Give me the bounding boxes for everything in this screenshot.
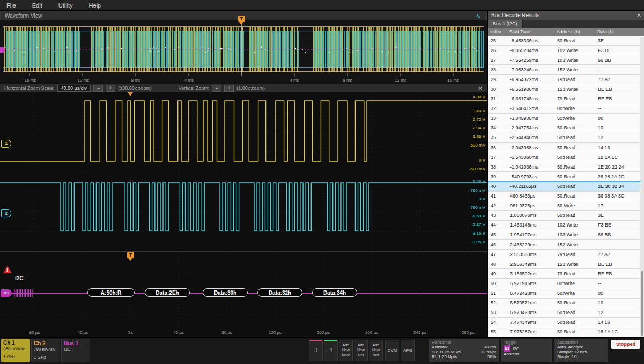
table-cell: 103:Write bbox=[554, 230, 595, 239]
afg-button[interactable]: AFG bbox=[401, 340, 415, 361]
decode-bubble[interactable]: A:50h:R bbox=[87, 288, 135, 297]
dvm-button[interactable]: DVM bbox=[385, 340, 399, 361]
decode-bubble[interactable]: Data:2Eh bbox=[145, 288, 190, 297]
zoom-waveform[interactable]: 1 2 4.08 V3.40 V2.72 V2.04 V1.36 V680 mV… bbox=[0, 92, 487, 251]
bus-decode-track[interactable]: ! I2C B1 A:50h:RData:2EhData:30hData:32h… bbox=[0, 251, 487, 338]
table-row[interactable]: 431.060076ms50:Read3E bbox=[488, 211, 644, 221]
tab-bus1-i2c[interactable]: Bus 1 (I2C) bbox=[488, 20, 523, 28]
channel-badge-ch1[interactable]: Ch 1 680 mV/div 1 GHz bbox=[1, 339, 30, 362]
results-scrollbar[interactable] bbox=[640, 37, 644, 337]
table-row[interactable]: 26-8.055284ms102:WriteF3 BE bbox=[488, 46, 644, 55]
table-row[interactable]: 37-1.543060ms50:Read18 1A 1C bbox=[488, 152, 644, 162]
table-cell: 18 1A 1C bbox=[595, 152, 644, 162]
menu-item-utility[interactable]: Utility bbox=[58, 2, 73, 9]
menu-item-file[interactable]: File bbox=[6, 2, 16, 9]
bottombar: Ch 1 680 mV/div 1 GHz Ch 2 790 mV/div 1 … bbox=[0, 337, 644, 364]
channel-button-4[interactable]: 4 bbox=[324, 340, 338, 361]
overview-waveform[interactable]: -16 ms-12 ms-8 ms-4 ms4 ms8 ms12 ms16 ms… bbox=[0, 20, 487, 84]
add-new-bus-button[interactable]: Add New Bus bbox=[369, 340, 383, 361]
menu-item-edit[interactable]: Edit bbox=[32, 2, 42, 9]
trigger-marker-overview[interactable]: T bbox=[238, 16, 245, 22]
table-cell: F3 BE bbox=[595, 46, 644, 55]
trigger-panel[interactable]: Trigger B1 I2C Address bbox=[501, 339, 552, 362]
table-cell: 40 bbox=[488, 181, 507, 191]
zoom-position-marker[interactable] bbox=[128, 92, 133, 96]
table-cell: 52 bbox=[488, 299, 507, 308]
table-row[interactable]: 536.973420ms50:Read12 bbox=[488, 308, 644, 318]
table-row[interactable]: 557.975287ms50:Read18 1A 1C bbox=[488, 327, 644, 337]
menu-item-help[interactable]: Help bbox=[89, 2, 101, 9]
stopped-button[interactable]: Stopped bbox=[611, 340, 640, 349]
ch2-scale: 790 mV/div bbox=[32, 346, 60, 352]
table-row[interactable]: 516.472428ms50:Write00 bbox=[488, 288, 644, 298]
zoom-close-icon[interactable]: ✕ bbox=[478, 85, 483, 91]
table-row[interactable]: 547.474349ms50:Read14 16 bbox=[488, 318, 644, 327]
table-row[interactable]: 36-2.043988ms50:Read14 16 bbox=[488, 143, 644, 152]
table-row[interactable]: 30-6.551988ms153:WriteBE EB bbox=[488, 84, 644, 94]
table-cell: -1.543060ms bbox=[507, 152, 554, 162]
table-row[interactable]: 40-40.21165µs50:Read2E 30 32 34 bbox=[488, 181, 644, 191]
results-panel-header[interactable]: Bus Decode Results ✕ bbox=[488, 11, 644, 20]
table-cell: 50:Read bbox=[554, 133, 595, 142]
table-cell: 1.060076ms bbox=[507, 211, 554, 220]
channel-badge-ch2[interactable]: Ch 2 790 mV/div 1 GHz bbox=[31, 339, 60, 362]
table-row[interactable]: 493.156592ms79:ReadBE EB bbox=[488, 269, 644, 279]
table-row[interactable]: 451.964107ms103:Write66 BB bbox=[488, 230, 644, 240]
table-row[interactable]: 31-6.361748ms79:ReadBE EB bbox=[488, 94, 644, 104]
table-cell: 50:Read bbox=[554, 327, 595, 337]
h-zoom-minus-button[interactable]: − bbox=[93, 85, 103, 92]
horizontal-info: 4 ms/div40 msSR 31.25 MS/s32 ns/ptRL 1.2… bbox=[429, 345, 499, 359]
zoom-plot[interactable] bbox=[0, 92, 487, 251]
add-new-ref-button[interactable]: Add New Ref bbox=[354, 340, 368, 361]
table-row[interactable]: 27-7.554259ms103:Write66 BB bbox=[488, 55, 644, 65]
acquisition-info: Auto, AnalyzeSample: 12 bitsSingle: 1/1 bbox=[554, 345, 608, 359]
table-row[interactable]: 39-540.9793µs50:Read26 28 2A 2C bbox=[488, 172, 644, 181]
table-row[interactable]: 482.966349ms153:WriteBE EB bbox=[488, 259, 644, 269]
table-cell: 50:Read bbox=[554, 162, 595, 171]
v-zoom-minus-button[interactable]: − bbox=[212, 85, 221, 92]
acquisition-panel[interactable]: Acquisition Auto, AnalyzeSample: 12 bits… bbox=[554, 339, 608, 362]
decode-bubble[interactable]: Data:32h bbox=[257, 288, 302, 297]
table-row[interactable]: 38-1.042036ms50:Read1E 20 22 24 bbox=[488, 162, 644, 172]
h-zoom-value[interactable]: 40.00 µs/div bbox=[57, 85, 91, 92]
table-row[interactable]: 35-2.544948ms50:Read12 bbox=[488, 133, 644, 143]
bus1-badge[interactable]: B1 bbox=[1, 289, 12, 297]
trigger-marker-zoom[interactable]: T bbox=[127, 252, 134, 258]
table-cell: -540.9793µs bbox=[507, 172, 554, 181]
table-row[interactable]: 29-6.954372ms79:Read77 A7 bbox=[488, 75, 644, 84]
table-row[interactable]: 33-3.045908ms50:Write00 bbox=[488, 114, 644, 123]
decode-bubble[interactable]: Data:30h bbox=[203, 288, 248, 297]
table-cell: 00:Write bbox=[554, 279, 595, 288]
h-zoom-plus-button[interactable]: + bbox=[106, 85, 115, 92]
horizontal-panel[interactable]: Horizontal 4 ms/div40 msSR 31.25 MS/s32 … bbox=[429, 339, 499, 362]
table-row[interactable]: 505.971915ms00:Write-- bbox=[488, 279, 644, 288]
table-cell: BE EB bbox=[595, 259, 644, 268]
table-cell: -6.551988ms bbox=[507, 84, 554, 93]
table-row[interactable]: 28-7.053246ms152:Write-- bbox=[488, 65, 644, 75]
table-cell: 45 bbox=[488, 230, 507, 239]
add-new-math-button[interactable]: Add New Math bbox=[339, 340, 353, 361]
table-cell: 48 bbox=[488, 259, 507, 268]
v-zoom-plus-button[interactable]: + bbox=[224, 85, 234, 92]
table-row[interactable]: 34-2.947754ms50:Read10 bbox=[488, 123, 644, 133]
table-row[interactable]: 25-8.458336ms50:Read3E bbox=[488, 36, 644, 46]
table-row[interactable]: 526.570571ms50:Read10 bbox=[488, 299, 644, 308]
ch2-badge[interactable]: 2 bbox=[1, 209, 11, 217]
table-row[interactable]: 441.463148ms102:WriteF3 BE bbox=[488, 221, 644, 230]
waveform-badge-icon[interactable]: ∿ bbox=[476, 11, 481, 21]
table-row[interactable]: 41460.8433µs50:Read36 38 3A 3C bbox=[488, 192, 644, 201]
channel-button-3[interactable]: 3 bbox=[309, 340, 323, 361]
results-scrollbar-thumb[interactable] bbox=[641, 271, 643, 336]
ch1-badge[interactable]: 1 bbox=[1, 140, 11, 148]
table-row[interactable]: 472.563563ms79:Read77 A7 bbox=[488, 250, 644, 259]
table-cell: 79:Read bbox=[554, 250, 595, 259]
overview-plot[interactable] bbox=[0, 20, 487, 84]
table-row[interactable]: 462.465229ms152:Write-- bbox=[488, 240, 644, 250]
results-close-icon[interactable]: ✕ bbox=[637, 11, 641, 20]
table-cell: 50:Read bbox=[554, 318, 595, 327]
table-cell: 17 bbox=[595, 201, 644, 210]
decode-bubble[interactable]: Data:34h bbox=[312, 288, 357, 297]
table-row[interactable]: 32-3.546412ms00:Write-- bbox=[488, 104, 644, 114]
bus-badge-bottombar[interactable]: Bus 1 I2C bbox=[61, 339, 90, 362]
table-row[interactable]: 42961.9325µs50:Write17 bbox=[488, 201, 644, 211]
